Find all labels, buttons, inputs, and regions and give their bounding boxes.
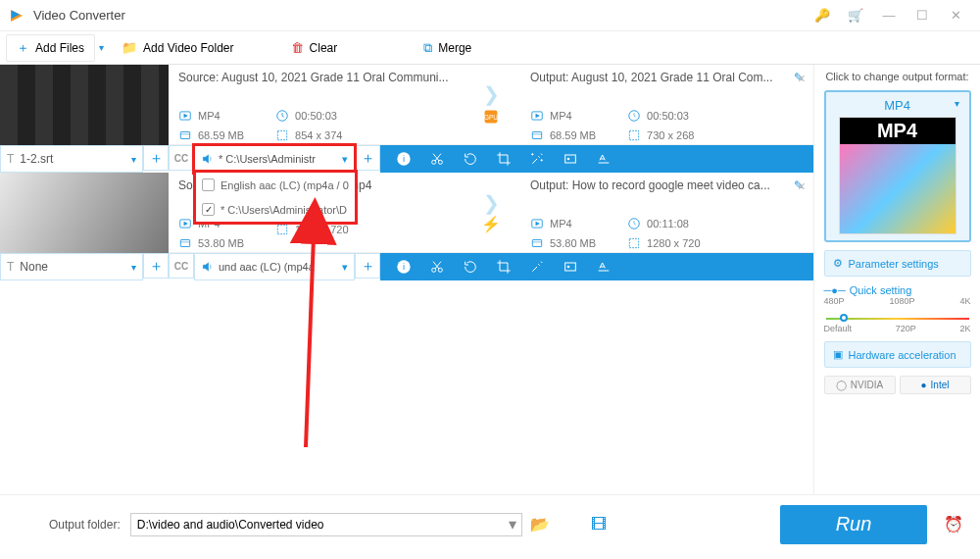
browse-video-icon[interactable]: 🎞 <box>587 512 611 537</box>
svg-rect-11 <box>629 130 638 139</box>
audio-add-button[interactable]: ＋ <box>355 145 380 171</box>
svg-rect-26 <box>532 240 541 247</box>
source-title: Source: August 10, 2021 Grade 11 Oral Co… <box>178 71 452 84</box>
svg-rect-4 <box>277 130 286 139</box>
svg-marker-21 <box>184 222 188 226</box>
audio-select[interactable]: * C:\Users\Administr▾ English aac (LC) (… <box>194 145 355 173</box>
qs-tick: 4K <box>959 296 970 306</box>
subtitle-value: 1-2.srt <box>20 152 125 166</box>
video-thumbnail[interactable] <box>0 173 169 253</box>
open-folder-icon[interactable]: 📂 <box>526 511 554 537</box>
cut-tool-icon[interactable] <box>421 145 453 173</box>
quick-setting-dot-icon: ─●─ <box>824 284 846 296</box>
nvidia-badge: ◯ NVIDIA <box>824 376 896 394</box>
cart-icon[interactable]: 🛒 <box>839 4 872 27</box>
out-resolution: 1280 x 720 <box>647 237 700 249</box>
crop-tool-icon[interactable] <box>488 253 519 280</box>
add-video-folder-button[interactable]: 📁Add Video Folder <box>112 36 244 59</box>
src-resolution: 854 x 374 <box>295 129 342 141</box>
info-tool-icon[interactable]: i <box>388 145 419 173</box>
qs-tick: 2K <box>959 324 970 333</box>
minimize-icon[interactable]: — <box>872 4 906 27</box>
parameter-settings-label: Parameter settings <box>849 258 939 270</box>
crop-tool-icon[interactable] <box>488 145 519 173</box>
audio-option-label: * C:\Users\Administrator\D <box>220 204 347 216</box>
out-resolution: 730 x 268 <box>647 129 694 141</box>
subtitle-value: None <box>20 260 125 274</box>
svg-marker-1 <box>184 114 188 118</box>
hardware-accel-label: Hardware acceleration <box>849 349 956 361</box>
parameter-settings-button[interactable]: ⚙Parameter settings <box>824 250 971 277</box>
qs-tick: 720P <box>896 324 916 333</box>
qs-tick: 480P <box>824 296 845 306</box>
intel-badge: ● Intel <box>900 376 971 394</box>
svg-point-19 <box>567 158 570 161</box>
audio-option[interactable]: English aac (LC) (mp4a / 0 <box>196 173 355 197</box>
subtitle-select[interactable]: TNone▾ <box>0 253 143 280</box>
main-toolbar: ＋Add Files ▾ 📁Add Video Folder 🗑Clear ⧉M… <box>0 31 980 65</box>
sliders-icon: ⚙ <box>833 257 843 270</box>
clear-label: Clear <box>310 41 338 55</box>
hardware-accel-button[interactable]: ▣Hardware acceleration <box>824 341 971 368</box>
subtitle-tool-icon[interactable] <box>588 253 619 280</box>
cc-button[interactable]: CC <box>169 145 194 171</box>
gpu-icon: GPU <box>480 106 502 127</box>
output-folder-label: Output folder: <box>49 518 121 532</box>
output-folder-input[interactable] <box>130 513 522 536</box>
cc-button[interactable]: CC <box>169 253 194 279</box>
svg-text:GPU: GPU <box>484 113 498 120</box>
output-format-card[interactable]: MP4 MP4 <box>824 90 971 242</box>
subtitle-select[interactable]: T1-2.srt▾ <box>0 145 143 173</box>
output-title: Output: August 10, 2021 Grade 11 Oral Co… <box>530 71 788 84</box>
run-label: Run <box>836 513 872 535</box>
schedule-icon[interactable]: ⏰ <box>937 505 970 544</box>
info-tool-icon[interactable]: i <box>388 253 419 280</box>
svg-rect-18 <box>565 155 576 163</box>
add-files-caret-icon[interactable]: ▾ <box>99 42 104 53</box>
svg-text:i: i <box>403 262 405 272</box>
out-duration: 00:50:03 <box>647 110 689 122</box>
clear-button[interactable]: 🗑Clear <box>281 36 348 59</box>
svg-marker-8 <box>536 114 540 118</box>
add-files-label: Add Files <box>35 41 84 55</box>
remove-item-icon[interactable]: × <box>798 178 806 194</box>
merge-button[interactable]: ⧉Merge <box>414 36 481 60</box>
svg-rect-9 <box>532 132 541 139</box>
svg-point-16 <box>532 154 533 155</box>
audio-option-label: English aac (LC) (mp4a / 0 <box>220 179 349 191</box>
effect-tool-icon[interactable] <box>521 253 553 280</box>
subtitle-tool-icon[interactable] <box>588 145 619 173</box>
src-resolution: 1280 x 720 <box>295 224 348 235</box>
rotate-tool-icon[interactable] <box>455 253 486 280</box>
quick-setting-label: Quick setting <box>850 284 912 296</box>
audio-select[interactable]: und aac (LC) (mp4a▾ <box>194 253 355 280</box>
cut-tool-icon[interactable] <box>421 253 453 280</box>
subtitle-add-button[interactable]: ＋ <box>143 145 169 171</box>
audio-option[interactable]: ✓* C:\Users\Administrator\D <box>196 197 355 222</box>
app-title: Video Converter <box>33 8 806 23</box>
svg-rect-28 <box>629 238 638 247</box>
key-icon[interactable]: 🔑 <box>806 4 839 27</box>
watermark-tool-icon[interactable] <box>555 253 586 280</box>
audio-add-button[interactable]: ＋ <box>355 253 380 279</box>
svg-rect-2 <box>180 132 189 139</box>
arrow-icon: ❯ <box>483 82 500 106</box>
audio-dropdown: English aac (LC) (mp4a / 0 ✓* C:\Users\A… <box>195 172 356 223</box>
chip-icon: ▣ <box>833 348 843 361</box>
subtitle-add-button[interactable]: ＋ <box>143 253 169 279</box>
svg-rect-33 <box>565 263 576 271</box>
remove-item-icon[interactable]: × <box>798 71 806 86</box>
watermark-tool-icon[interactable] <box>555 145 586 173</box>
rotate-tool-icon[interactable] <box>455 145 486 173</box>
add-files-button[interactable]: ＋Add Files <box>6 34 95 62</box>
maximize-icon[interactable]: ☐ <box>906 4 939 27</box>
quick-setting-slider[interactable] <box>826 318 969 320</box>
output-folder-caret-icon[interactable]: ▾ <box>509 515 516 534</box>
close-icon[interactable]: ✕ <box>939 4 972 27</box>
audio-value: * C:\Users\Administr <box>219 153 338 165</box>
effect-tool-icon[interactable] <box>521 145 553 173</box>
svg-rect-23 <box>277 225 286 233</box>
video-thumbnail[interactable] <box>0 65 169 145</box>
run-button[interactable]: Run <box>780 505 927 544</box>
out-size: 53.80 MB <box>550 237 596 249</box>
